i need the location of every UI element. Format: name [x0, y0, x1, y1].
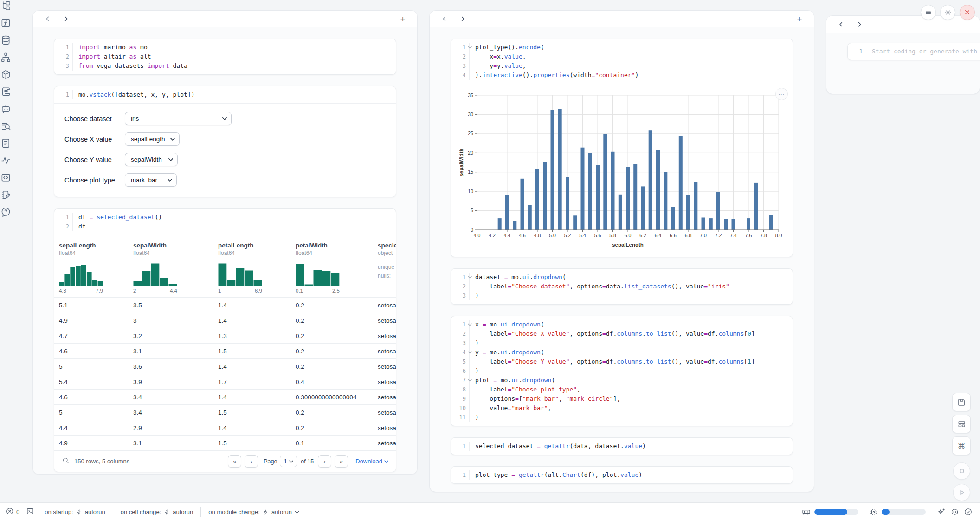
cell-plot: 1plot_type().encode(2 x=x.value,3 y=y.va… — [451, 39, 793, 257]
line-number: 2 — [451, 329, 470, 339]
column-back-button[interactable] — [41, 13, 53, 25]
lightning-icon — [76, 509, 82, 515]
errors-indicator[interactable] — [6, 507, 14, 517]
code-line-text: plot = mo.ui.dropdown( — [475, 376, 555, 385]
menu-button[interactable] — [921, 5, 936, 20]
code-editor-dataset[interactable]: 1dataset = mo.ui.dropdown(2 label="Choos… — [451, 269, 793, 304]
table-column-header[interactable]: sepalLengthfloat644.37.9 — [54, 242, 129, 293]
table-column-header[interactable]: petalWidthfloat640.12.5 — [291, 242, 373, 293]
sidebar-panel-code-snippet[interactable] — [0, 172, 11, 183]
histogram-range: 24.4 — [133, 288, 177, 293]
table-row: 4.73.21.30.2setosa — [54, 328, 396, 343]
choose-y-value-select[interactable]: sepalWidth — [125, 153, 178, 166]
sidebar-panel-database[interactable] — [0, 34, 11, 46]
bar-chart[interactable]: 051015202530354.04.24.44.64.85.05.25.45.… — [458, 91, 793, 254]
chevron-down-icon — [295, 511, 299, 514]
sidebar-panel-help[interactable] — [0, 206, 11, 217]
column-back-button[interactable] — [438, 13, 450, 25]
code-line-text: label="Choose Y value", options=df.colum… — [475, 357, 755, 366]
code-editor-xyplot[interactable]: 1x = mo.ui.dropdown(2 label="Choose X va… — [451, 316, 793, 426]
chevron-down-icon — [289, 460, 293, 463]
svg-text:4.8: 4.8 — [534, 233, 541, 238]
sidebar-panel-scratchpad[interactable] — [0, 189, 11, 200]
code-line-text: ) — [475, 291, 479, 300]
terminal-button[interactable] — [26, 507, 34, 517]
page-select[interactable]: 1 — [280, 456, 297, 467]
code-line-text: label="Choose dataset", options=data.lis… — [475, 282, 729, 291]
table-cell: 0.2 — [291, 363, 373, 370]
ram-icon — [802, 508, 811, 516]
choose-dataset-select[interactable]: iris — [125, 112, 232, 125]
svg-text:6.6: 6.6 — [670, 233, 677, 238]
sparkles-icon — [937, 508, 946, 516]
search-icon[interactable] — [62, 456, 70, 466]
sidebar-panel-document[interactable] — [0, 137, 11, 149]
choose-x-value-select[interactable]: sepalLength — [125, 132, 180, 146]
shutdown-button[interactable] — [960, 5, 975, 20]
chart-actions-button[interactable]: ⋯ — [775, 88, 788, 100]
settings-button[interactable] — [940, 5, 955, 20]
plus-icon[interactable]: + — [797, 14, 802, 24]
ai-assistant-button[interactable] — [937, 508, 946, 516]
table-cell: 1.5 — [213, 409, 291, 416]
code-snippet-icon — [0, 172, 11, 183]
sidebar-panel-scroll[interactable] — [0, 86, 11, 97]
code-line-text: import marimo as mo — [78, 43, 148, 52]
column-forward-button[interactable] — [457, 13, 469, 25]
runtime-config-on-cell-change[interactable]: on cell change:autorun — [113, 508, 201, 515]
runtime-config-on-module-change[interactable]: on module change:autorun — [201, 508, 307, 515]
panel-back-button[interactable] — [835, 18, 847, 30]
column-name: petalLength — [218, 242, 286, 249]
download-button[interactable]: Download — [355, 458, 388, 465]
line-number: 1 — [451, 470, 470, 480]
sidebar-panel-activity[interactable] — [0, 155, 11, 166]
table-cell: setosa — [373, 409, 396, 416]
select-value: sepalWidth — [131, 156, 162, 163]
command-icon: ⌘ — [958, 441, 966, 451]
copilot-button[interactable] — [950, 508, 959, 516]
code-editor-plot[interactable]: 1plot_type().encode(2 x=x.value,3 y=y.va… — [451, 39, 793, 84]
column-dtype: float64 — [296, 250, 368, 256]
plus-icon[interactable]: + — [400, 14, 405, 24]
chevron-down-icon — [222, 117, 227, 120]
sidebar-panel-functions[interactable] — [0, 17, 11, 28]
code-editor-imports[interactable]: 1import marimo as mo2import altair as al… — [54, 39, 396, 74]
layout-button[interactable] — [952, 415, 971, 433]
code-line-text: ) — [475, 339, 479, 348]
panel-forward-button[interactable] — [853, 18, 865, 30]
keyboard-shortcuts-button[interactable]: ⌘ — [952, 436, 971, 455]
column-forward-button[interactable] — [60, 13, 72, 25]
select-value: sepalLength — [131, 136, 165, 143]
table-row: 4.63.11.50.2setosa — [54, 343, 396, 358]
save-button[interactable] — [952, 393, 971, 411]
scroll-icon — [0, 86, 11, 97]
connection-status-button[interactable] — [964, 508, 973, 516]
generate-link[interactable]: generate — [930, 48, 959, 55]
first-page-button[interactable]: « — [228, 455, 241, 468]
code-editor-df[interactable]: 1df = selected_dataset()2df — [54, 209, 396, 235]
svg-text:25: 25 — [468, 130, 473, 136]
sidebar-panel-package[interactable] — [0, 69, 11, 80]
choose-plot-type-select[interactable]: mark_bar — [125, 173, 177, 187]
sidebar-panel-chat-bot[interactable] — [0, 103, 11, 114]
sidebar-panel-search-list[interactable] — [0, 120, 11, 131]
notebook-action-stack: ⌘ — [952, 393, 971, 501]
next-page-button[interactable]: › — [318, 455, 331, 468]
stop-button[interactable] — [953, 462, 970, 480]
config-value: autorun — [85, 508, 105, 515]
table-column-header[interactable]: petalLengthfloat6416.9 — [213, 242, 291, 293]
table-column-header[interactable]: sepalWidthfloat6424.4 — [129, 242, 213, 293]
prev-page-button[interactable]: ‹ — [245, 455, 258, 468]
runtime-config-on-startup[interactable]: on startup:autorun — [37, 508, 113, 515]
svg-text:5.2: 5.2 — [564, 233, 571, 238]
sidebar-panel-dependency-graph[interactable] — [0, 52, 11, 63]
code-editor-vstack[interactable]: 1mo.vstack([dataset, x, y, plot]) — [54, 86, 396, 103]
svg-text:sepalLength: sepalLength — [612, 242, 644, 247]
run-button[interactable] — [953, 484, 970, 501]
code-editor-selected-dataset[interactable]: 1selected_dataset = getattr(data, datase… — [451, 438, 793, 455]
code-editor-empty[interactable]: 1 Start coding or generate with — [848, 43, 980, 60]
table-column-header[interactable]: speciesobjectuniquenulls: — [373, 242, 396, 293]
code-editor-plot-type[interactable]: 1plot_type = getattr(alt.Chart(df), plot… — [451, 467, 793, 483]
last-page-button[interactable]: » — [335, 455, 348, 468]
sidebar-panel-file-tree[interactable] — [0, 0, 11, 11]
